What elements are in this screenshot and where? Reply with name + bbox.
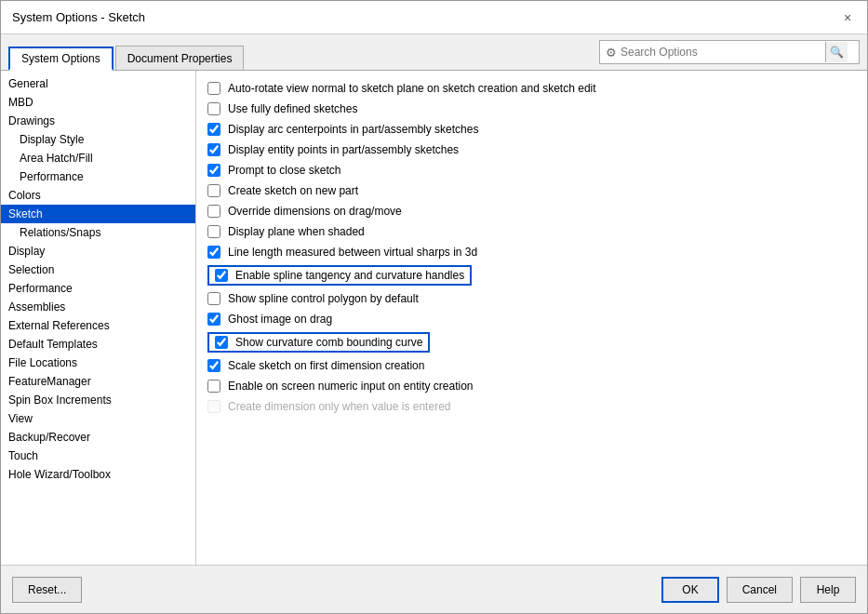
tree-item-backup-recover[interactable]: Backup/Recover — [1, 428, 195, 447]
checkbox-show-curvature[interactable] — [215, 336, 228, 349]
option-row-entity-points: Display entity points in part/assembly s… — [207, 140, 856, 160]
search-input[interactable] — [621, 46, 825, 59]
tree-item-external-references[interactable]: External References — [1, 316, 195, 335]
main-content: GeneralMBDDrawingsDisplay StyleArea Hatc… — [1, 71, 867, 565]
ok-button[interactable]: OK — [661, 577, 718, 603]
checkbox-create-dimension — [207, 400, 220, 413]
label-show-spline-polygon[interactable]: Show spline control polygon by default — [228, 292, 419, 305]
tree-scroll: GeneralMBDDrawingsDisplay StyleArea Hatc… — [1, 71, 195, 565]
tree-item-drawings[interactable]: Drawings — [1, 112, 195, 130]
tree-item-sketch[interactable]: Sketch — [1, 205, 195, 223]
option-row-enable-spline: Enable spline tangency and curvature han… — [207, 262, 856, 288]
tree-item-feature-manager[interactable]: FeatureManager — [1, 372, 195, 391]
tree-item-hole-wizard-toolbox[interactable]: Hole Wizard/Toolbox — [1, 465, 195, 484]
option-row-override-dimensions: Override dimensions on drag/move — [207, 201, 856, 221]
option-row-create-new-part: Create sketch on new part — [207, 180, 856, 201]
label-show-curvature[interactable]: Show curvature comb bounding curve — [235, 336, 422, 349]
option-row-line-length: Line length measured between virtual sha… — [207, 242, 856, 262]
checkbox-show-spline-polygon[interactable] — [207, 292, 220, 305]
tree-item-file-locations[interactable]: File Locations — [1, 354, 195, 372]
label-fully-defined[interactable]: Use fully defined sketches — [228, 102, 357, 115]
tree-item-assemblies[interactable]: Assemblies — [1, 298, 195, 316]
label-prompt-close[interactable]: Prompt to close sketch — [228, 164, 341, 177]
label-enable-spline[interactable]: Enable spline tangency and curvature han… — [235, 269, 464, 282]
option-row-show-spline-polygon: Show spline control polygon by default — [207, 288, 856, 309]
option-row-fully-defined: Use fully defined sketches — [207, 99, 856, 119]
tree-item-general[interactable]: General — [1, 74, 195, 93]
checkbox-fully-defined[interactable] — [207, 102, 220, 115]
checkbox-scale-sketch[interactable] — [207, 359, 220, 372]
option-row-auto-rotate: Auto-rotate view normal to sketch plane … — [207, 78, 856, 99]
checkbox-create-new-part[interactable] — [207, 184, 220, 197]
close-button[interactable]: × — [839, 9, 856, 26]
label-entity-points[interactable]: Display entity points in part/assembly s… — [228, 143, 459, 156]
label-create-new-part[interactable]: Create sketch on new part — [228, 184, 358, 197]
label-enable-numeric-input[interactable]: Enable on screen numeric input on entity… — [228, 380, 474, 393]
system-options-dialog: System Options - Sketch × System Options… — [0, 0, 868, 614]
cancel-button[interactable]: Cancel — [727, 577, 793, 603]
tree-item-display-style[interactable]: Display Style — [1, 130, 195, 149]
checkbox-line-length[interactable] — [207, 246, 220, 259]
tab-document-properties[interactable]: Document Properties — [115, 46, 245, 70]
label-auto-rotate[interactable]: Auto-rotate view normal to sketch plane … — [228, 82, 596, 95]
option-row-display-plane-shaded: Display plane when shaded — [207, 221, 856, 242]
checkbox-ghost-image[interactable] — [207, 313, 220, 326]
option-row-create-dimension: Create dimension only when value is ente… — [207, 396, 856, 417]
tab-system-options[interactable]: System Options — [8, 47, 114, 71]
checkbox-arc-centerpoints[interactable] — [207, 123, 220, 136]
tree-item-selection[interactable]: Selection — [1, 260, 195, 279]
option-row-arc-centerpoints: Display arc centerpoints in part/assembl… — [207, 119, 856, 140]
checkbox-prompt-close[interactable] — [207, 164, 220, 177]
label-arc-centerpoints[interactable]: Display arc centerpoints in part/assembl… — [228, 123, 478, 136]
checkbox-enable-spline[interactable] — [215, 269, 228, 282]
search-box: ⚙ 🔍 — [599, 40, 860, 64]
checkbox-entity-points[interactable] — [207, 143, 220, 156]
option-row-prompt-close: Prompt to close sketch — [207, 160, 856, 180]
bottom-right-buttons: OK Cancel Help — [661, 577, 856, 603]
left-panel: GeneralMBDDrawingsDisplay StyleArea Hatc… — [1, 71, 196, 565]
tree-item-spin-box-increments[interactable]: Spin Box Increments — [1, 391, 195, 409]
label-override-dimensions[interactable]: Override dimensions on drag/move — [228, 205, 402, 218]
option-row-ghost-image: Ghost image on drag — [207, 309, 856, 329]
tree-container: GeneralMBDDrawingsDisplay StyleArea Hatc… — [1, 74, 195, 484]
options-container: Auto-rotate view normal to sketch plane … — [207, 78, 856, 417]
option-row-enable-numeric-input: Enable on screen numeric input on entity… — [207, 376, 856, 396]
label-scale-sketch[interactable]: Scale sketch on first dimension creation — [228, 359, 424, 372]
title-bar: System Options - Sketch × — [1, 1, 867, 34]
tree-item-area-hatch-fill[interactable]: Area Hatch/Fill — [1, 149, 195, 167]
right-panel: Auto-rotate view normal to sketch plane … — [196, 71, 867, 565]
option-highlighted-show-curvature: Show curvature comb bounding curve — [207, 332, 430, 353]
tree-item-performance2[interactable]: Performance — [1, 279, 195, 298]
help-button[interactable]: Help — [800, 577, 856, 603]
tree-item-colors[interactable]: Colors — [1, 186, 195, 205]
option-row-scale-sketch: Scale sketch on first dimension creation — [207, 355, 856, 376]
tree-item-touch[interactable]: Touch — [1, 447, 195, 465]
checkbox-auto-rotate[interactable] — [207, 82, 220, 95]
option-highlighted-enable-spline: Enable spline tangency and curvature han… — [207, 265, 472, 286]
dialog-title: System Options - Sketch — [12, 10, 145, 24]
tree-item-relations-snaps[interactable]: Relations/Snaps — [1, 223, 195, 242]
reset-button[interactable]: Reset... — [12, 577, 82, 603]
search-icon: ⚙ — [606, 46, 617, 60]
tree-item-view[interactable]: View — [1, 409, 195, 428]
checkbox-override-dimensions[interactable] — [207, 205, 220, 218]
search-go-button[interactable]: 🔍 — [825, 42, 848, 62]
checkbox-enable-numeric-input[interactable] — [207, 380, 220, 393]
checkbox-display-plane-shaded[interactable] — [207, 225, 220, 238]
label-ghost-image[interactable]: Ghost image on drag — [228, 313, 332, 326]
label-display-plane-shaded[interactable]: Display plane when shaded — [228, 225, 365, 238]
label-line-length[interactable]: Line length measured between virtual sha… — [228, 246, 477, 259]
tree-item-display[interactable]: Display — [1, 242, 195, 260]
tree-item-default-templates[interactable]: Default Templates — [1, 335, 195, 354]
label-create-dimension: Create dimension only when value is ente… — [228, 400, 450, 413]
tree-item-performance[interactable]: Performance — [1, 167, 195, 186]
option-row-show-curvature: Show curvature comb bounding curve — [207, 329, 856, 355]
tree-item-mbd[interactable]: MBD — [1, 93, 195, 112]
bottom-bar: Reset... OK Cancel Help — [1, 565, 867, 613]
